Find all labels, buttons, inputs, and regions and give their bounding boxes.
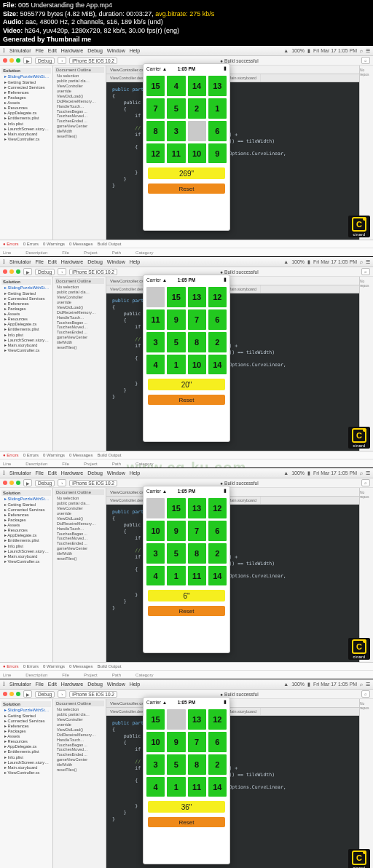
app-name[interactable]: Simulator <box>9 470 31 476</box>
menu-item[interactable]: Debug <box>87 48 103 53</box>
minimize-icon[interactable] <box>9 692 14 696</box>
search-icon[interactable]: ⌕ <box>360 470 363 476</box>
puzzle-tile[interactable]: 15 <box>167 498 185 518</box>
tree-item[interactable]: ▸ Main.storyboard <box>1 554 51 559</box>
puzzle-tile[interactable]: 3 <box>146 332 165 352</box>
puzzle-tile[interactable]: 6 <box>208 732 227 752</box>
outline-item[interactable]: override <box>55 89 104 94</box>
puzzle-tile[interactable]: 8 <box>188 543 206 564</box>
outline-item[interactable]: gameViewCenter <box>55 335 104 340</box>
menu-icon[interactable]: ☰ <box>366 259 370 265</box>
errors-tab[interactable]: ● Errors <box>3 242 19 246</box>
puzzle-tile[interactable]: 8 <box>188 754 206 775</box>
close-icon[interactable] <box>3 269 7 274</box>
outline-item[interactable]: TouchesMoved… <box>55 536 104 541</box>
tree-item[interactable]: ▸ AppDelegate.cs <box>1 533 51 538</box>
puzzle-tile[interactable]: 2 <box>208 543 227 564</box>
menu-icon[interactable]: ☰ <box>366 682 370 687</box>
puzzle-tile[interactable]: 5 <box>167 543 185 564</box>
puzzle-tile[interactable]: 10 <box>146 732 165 752</box>
menu-item[interactable]: Help <box>130 48 140 53</box>
config-select[interactable]: Debug <box>35 480 55 486</box>
tree-item[interactable]: ▸ AppDelegate.cs <box>1 744 51 749</box>
puzzle-tile[interactable]: 13 <box>188 709 206 730</box>
outline-item[interactable]: No selection <box>55 285 104 290</box>
search-icon[interactable]: ⌕ <box>361 268 370 275</box>
puzzle-tile[interactable]: 9 <box>167 521 185 541</box>
outline-item[interactable]: TouchesBegan… <box>55 743 104 748</box>
puzzle-tile[interactable]: 6 <box>208 521 227 541</box>
tree-item[interactable]: ▸ Getting Started <box>1 502 51 508</box>
outline-item[interactable]: gameViewCenter <box>55 546 104 551</box>
reset-button[interactable]: Reset <box>148 606 225 616</box>
menu-item[interactable]: Edit <box>48 48 57 53</box>
menu-item[interactable]: Debug <box>87 470 103 476</box>
outline-item[interactable]: resetTiles() <box>55 556 104 561</box>
tree-item[interactable]: ▸ ViewController.cs <box>1 770 51 776</box>
zoom-icon[interactable] <box>16 692 20 696</box>
menu-item[interactable]: Hardware <box>61 48 83 53</box>
puzzle-tile[interactable]: 1 <box>167 566 185 586</box>
close-icon[interactable] <box>3 58 7 63</box>
zoom-icon[interactable] <box>16 481 20 485</box>
outline-item[interactable]: ViewDidLoad() <box>55 305 104 310</box>
search-icon[interactable]: ⌕ <box>360 48 363 53</box>
tree-item[interactable]: ▸ Entitlements.plist <box>1 749 51 754</box>
menu-item[interactable]: File <box>36 470 44 476</box>
error-count[interactable]: 0 Messages <box>69 453 93 457</box>
tree-item[interactable]: ▸ Packages <box>1 307 51 312</box>
search-icon[interactable]: ⌕ <box>360 259 363 264</box>
puzzle-tile[interactable]: 5 <box>167 754 185 775</box>
puzzle-tile[interactable]: 2 <box>188 98 206 119</box>
puzzle-tile[interactable]: 14 <box>208 355 227 375</box>
run-button[interactable]: ▶ <box>23 479 32 486</box>
puzzle-tile[interactable]: 2 <box>208 754 227 775</box>
tree-item[interactable]: ▸ Info.plist <box>1 333 51 338</box>
outline-item[interactable]: TouchesMoved… <box>55 325 104 330</box>
puzzle-tile[interactable]: 1 <box>208 98 227 119</box>
error-count[interactable]: 0 Warnings <box>43 242 65 246</box>
minimize-icon[interactable] <box>9 269 14 274</box>
menu-item[interactable]: Help <box>130 259 140 264</box>
tree-item[interactable]: ▸ Info.plist <box>1 544 51 549</box>
tree-item[interactable]: ▸ References <box>1 724 51 729</box>
outline-item[interactable]: ViewDidLoad() <box>55 94 104 99</box>
outline-item[interactable]: No selection <box>55 496 104 501</box>
tree-item[interactable]: ▸ Packages <box>1 729 51 734</box>
tree-item[interactable]: ▸ Connected Services <box>1 719 51 724</box>
puzzle-tile[interactable]: 12 <box>146 143 165 164</box>
tab[interactable]: ViewController.cs <box>106 699 148 707</box>
menu-item[interactable]: Window <box>107 682 125 687</box>
tree-item[interactable]: ▸ Main.storyboard <box>1 765 51 770</box>
error-count[interactable]: 0 Errors <box>23 242 39 246</box>
puzzle-tile[interactable]: 6 <box>208 309 227 330</box>
error-count[interactable]: 0 Messages <box>69 664 93 668</box>
error-count[interactable]: 0 Errors <box>23 664 39 668</box>
puzzle-tile[interactable]: 12 <box>208 498 227 518</box>
tree-item[interactable]: ▸ Entitlements.plist <box>1 538 51 543</box>
tree-item[interactable]: ▸ LaunchScreen.storyboard <box>1 760 51 765</box>
tree-item[interactable]: ▸ ViewController.cs <box>1 137 51 142</box>
menu-item[interactable]: Window <box>107 259 125 264</box>
menu-item[interactable]: Hardware <box>61 259 83 264</box>
tab[interactable]: ViewController.cs <box>106 488 148 496</box>
puzzle-tile[interactable]: 8 <box>146 121 165 141</box>
zoom-icon[interactable] <box>16 58 20 63</box>
device-select[interactable]: iPhone SE iOS 10.2 <box>69 269 117 275</box>
tab[interactable]: ViewController.cs <box>106 66 148 74</box>
config-select[interactable]: Debug <box>35 269 55 275</box>
search-icon[interactable]: ⌕ <box>361 479 370 486</box>
menu-item[interactable]: File <box>36 48 44 53</box>
tree-item[interactable]: ▸ Info.plist <box>1 755 51 760</box>
tree-item[interactable]: ▸ Info.plist <box>1 122 51 127</box>
outline-item[interactable]: TouchesEnded… <box>55 119 104 124</box>
puzzle-tile[interactable]: 11 <box>167 143 185 164</box>
outline-item[interactable]: TouchesBegan… <box>55 320 104 326</box>
menu-item[interactable]: Hardware <box>61 682 83 687</box>
puzzle-tile[interactable]: 12 <box>208 709 227 730</box>
menu-item[interactable]: Debug <box>87 259 103 264</box>
run-button[interactable]: ▶ <box>23 268 32 275</box>
error-count[interactable]: 0 Messages <box>69 242 93 246</box>
outline-item[interactable]: tileWidth <box>55 340 104 345</box>
puzzle-tile[interactable]: 1 <box>167 777 185 797</box>
